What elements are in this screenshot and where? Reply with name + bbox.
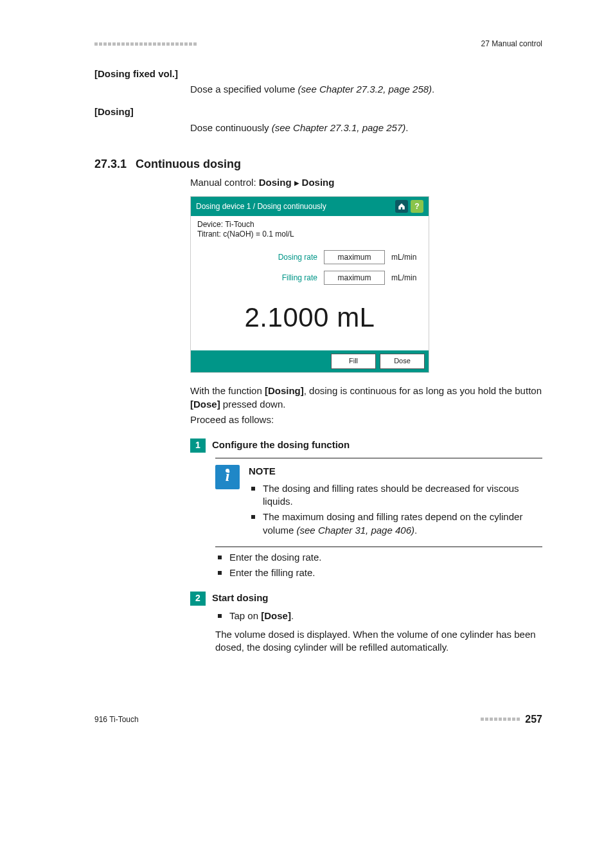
text: Dose a specified volume — [190, 84, 298, 95]
list-item: The dosing and filling rates should be d… — [249, 482, 538, 509]
dosing-rate-input[interactable]: maximum — [324, 250, 385, 264]
step-number: 1 — [190, 439, 206, 453]
step-title: Start dosing — [212, 592, 269, 606]
text: . — [291, 610, 294, 621]
filling-rate-input[interactable]: maximum — [324, 271, 385, 285]
term-dosing-desc: Dose continuously (see Chapter 27.3.1, p… — [190, 122, 542, 135]
text: . — [432, 84, 434, 95]
dose-button[interactable]: Dose — [380, 354, 425, 369]
footer-product-name: 916 Ti-Touch — [94, 714, 139, 725]
page-number: 257 — [525, 712, 542, 727]
section-number: 27.3.1 — [94, 156, 136, 172]
page-header: 27 Manual control — [94, 39, 542, 50]
text: Tap on — [229, 610, 261, 621]
device-title-text: Dosing device 1 / Dosing continuously — [196, 201, 326, 212]
term: [Dosing] — [265, 385, 304, 396]
term-dosing-fixed-vol: [Dosing fixed vol.] — [94, 68, 542, 81]
term-dosing: [Dosing] — [94, 105, 542, 119]
filling-rate-label: Filling rate — [240, 273, 317, 284]
paragraph: Proceed as follows: — [190, 413, 542, 427]
text: Dose continuously — [190, 122, 272, 133]
text: , dosing is continuous for as long as yo… — [304, 385, 542, 396]
breadcrumb-item: Dosing — [259, 177, 292, 188]
paragraph: The volume dosed is displayed. When the … — [215, 628, 542, 655]
text: . — [414, 525, 417, 536]
filling-rate-row: Filling rate maximum mL/min — [197, 271, 422, 285]
list-item: Enter the dosing rate. — [215, 551, 542, 565]
device-bottom-bar: Fill Dose — [191, 350, 429, 372]
step-1-header: 1 Configure the dosing function — [190, 439, 542, 453]
breadcrumb-separator-icon: ▶ — [292, 179, 302, 186]
crossref: (see Chapter 27.3.2, page 258) — [298, 84, 432, 95]
text: With the function — [190, 385, 265, 396]
page-footer: 916 Ti-Touch 257 — [94, 712, 542, 727]
dosing-rate-row: Dosing rate maximum mL/min — [197, 250, 422, 264]
dosing-rate-unit: mL/min — [391, 252, 422, 263]
paragraph: With the function [Dosing], dosing is co… — [190, 384, 542, 411]
dosing-rate-label: Dosing rate — [240, 252, 317, 263]
device-info-line: Device: Ti-Touch — [197, 220, 422, 230]
header-rule — [94, 42, 197, 46]
term: [Dose] — [261, 610, 291, 621]
term-dosing-fixed-vol-desc: Dose a specified volume (see Chapter 27.… — [190, 83, 542, 96]
step-1-body: Enter the dosing rate. Enter the filling… — [215, 551, 542, 579]
filling-rate-unit: mL/min — [391, 273, 422, 284]
device-info-line: Titrant: c(NaOH) = 0.1 mol/L — [197, 230, 422, 240]
fill-button[interactable]: Fill — [331, 354, 376, 369]
text: Manual control: — [190, 177, 259, 188]
nav-breadcrumb: Manual control: Dosing▶Dosing — [190, 176, 542, 190]
info-icon: i — [215, 465, 240, 489]
text: . — [405, 122, 408, 133]
step-number: 2 — [190, 592, 206, 606]
header-section-label: 27 Manual control — [481, 39, 542, 50]
device-info: Device: Ti-Touch Titrant: c(NaOH) = 0.1 … — [191, 216, 429, 241]
list-item: Tap on [Dose]. — [215, 610, 542, 623]
step-2-body: Tap on [Dose]. The volume dosed is displ… — [215, 610, 542, 655]
section-title: Continuous dosing — [136, 156, 241, 172]
note-box: i NOTE The dosing and filling rates shou… — [215, 458, 542, 547]
help-icon[interactable]: ? — [411, 200, 423, 213]
device-rates: Dosing rate maximum mL/min Filling rate … — [191, 241, 429, 293]
dosed-volume-display: 2.1000 mL — [191, 293, 429, 350]
breadcrumb-item: Dosing — [302, 177, 335, 188]
note-list: The dosing and filling rates should be d… — [249, 482, 538, 538]
term: [Dose] — [190, 399, 220, 410]
step-title: Configure the dosing function — [212, 439, 350, 453]
list-item: The maximum dosing and filling rates dep… — [249, 511, 538, 537]
list-item: Enter the filling rate. — [215, 566, 542, 580]
crossref: (see Chapter 31, page 406) — [297, 525, 414, 536]
step-2-header: 2 Start dosing — [190, 592, 542, 606]
section-heading-continuous-dosing: 27.3.1 Continuous dosing — [94, 156, 542, 172]
note-title: NOTE — [249, 465, 538, 478]
device-screenshot: Dosing device 1 / Dosing continuously ? … — [190, 196, 429, 373]
home-icon[interactable] — [395, 200, 408, 213]
footer-rule — [481, 718, 520, 721]
device-title-bar: Dosing device 1 / Dosing continuously ? — [191, 197, 429, 216]
crossref: (see Chapter 27.3.1, page 257) — [272, 122, 405, 133]
text: pressed down. — [220, 399, 286, 410]
